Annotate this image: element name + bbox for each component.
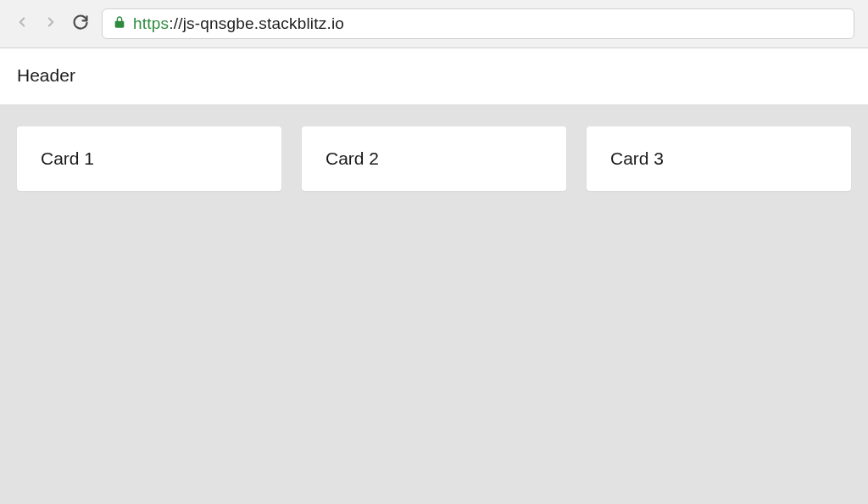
card: Card 3	[587, 126, 851, 191]
forward-arrow-icon	[43, 14, 58, 33]
card: Card 2	[302, 126, 566, 191]
page-body: Card 1 Card 2 Card 3	[0, 104, 868, 504]
card-grid: Card 1 Card 2 Card 3	[17, 126, 851, 191]
reload-icon	[72, 14, 89, 34]
page-title: Header	[17, 65, 851, 86]
reload-button[interactable]	[71, 14, 90, 33]
url-text: https://js-qnsgbe.stackblitz.io	[133, 14, 344, 33]
back-arrow-icon	[14, 14, 30, 33]
url-scheme: https	[133, 14, 169, 32]
browser-toolbar: https://js-qnsgbe.stackblitz.io	[0, 0, 868, 48]
card: Card 1	[17, 126, 281, 191]
forward-button[interactable]	[42, 15, 59, 32]
card-title: Card 2	[326, 148, 542, 169]
address-bar[interactable]: https://js-qnsgbe.stackblitz.io	[102, 8, 854, 39]
lock-icon	[113, 15, 126, 32]
nav-buttons	[14, 14, 90, 33]
page-header: Header	[0, 48, 868, 104]
card-title: Card 1	[41, 148, 258, 169]
card-title: Card 3	[610, 148, 827, 169]
url-rest: ://js-qnsgbe.stackblitz.io	[169, 14, 344, 32]
back-button[interactable]	[14, 15, 31, 32]
